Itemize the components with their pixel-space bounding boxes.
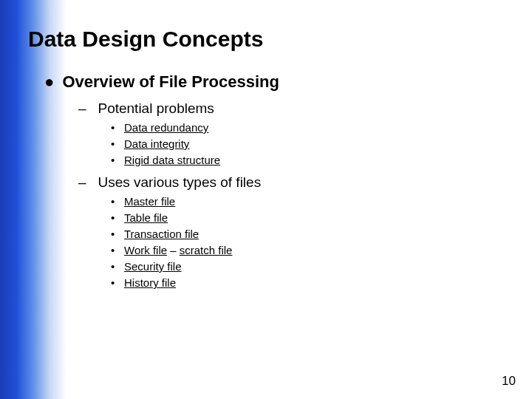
- bullet-dash-icon: –: [78, 174, 95, 191]
- level3-item: •Transaction file: [111, 228, 517, 241]
- bullet-dot-icon: •: [111, 154, 124, 166]
- level3-label: Data redundancy: [124, 121, 208, 134]
- level3-label: Work file – scratch file: [124, 244, 232, 256]
- slide-title: Data Design Concepts: [28, 27, 517, 52]
- bullet-disc-icon: ●: [44, 72, 59, 92]
- level3-item: •Data integrity: [111, 137, 517, 151]
- level1-label: Overview of File Processing: [62, 72, 279, 92]
- level2-item: – Potential problems: [78, 100, 517, 117]
- level3-label: Master file: [124, 195, 175, 208]
- bullet-dot-icon: •: [111, 137, 124, 150]
- level3-label: Security file: [124, 260, 182, 273]
- level3-item: •Data redundancy: [111, 121, 517, 134]
- level3-label: Rigid data structure: [124, 154, 220, 166]
- level3-label: Table file: [124, 211, 168, 224]
- bullet-dot-icon: •: [111, 228, 124, 240]
- level3-label: History file: [124, 276, 176, 289]
- bullet-dot-icon: •: [111, 276, 124, 289]
- level3-item: •Rigid data structure: [111, 154, 517, 167]
- bullet-dot-icon: •: [111, 211, 124, 224]
- bullet-dash-icon: –: [78, 100, 95, 117]
- level3-item: •Table file: [111, 211, 517, 225]
- bullet-dot-icon: •: [111, 195, 124, 208]
- level3-label: Data integrity: [124, 137, 189, 150]
- level1-item: ● Overview of File Processing: [44, 72, 517, 92]
- page-number: 10: [502, 374, 516, 389]
- bullet-dot-icon: •: [111, 244, 124, 256]
- level2-label: Uses various types of files: [98, 174, 261, 191]
- level3-item: •Master file: [111, 195, 517, 208]
- bullet-dot-icon: •: [111, 121, 124, 134]
- level2-label: Potential problems: [98, 100, 214, 117]
- slide-content: Data Design Concepts ● Overview of File …: [28, 27, 517, 290]
- level3-label: Transaction file: [124, 228, 199, 240]
- level3-item: •Work file – scratch file: [111, 244, 517, 257]
- level2-item: – Uses various types of files: [78, 174, 517, 191]
- level3-item: •History file: [111, 276, 517, 290]
- bullet-dot-icon: •: [111, 260, 124, 273]
- level3-item: •Security file: [111, 260, 517, 273]
